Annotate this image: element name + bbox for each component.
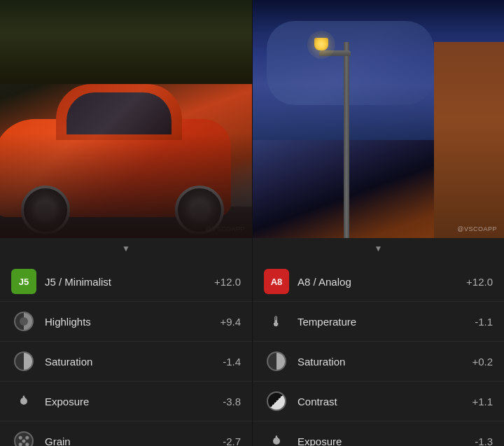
left-highlights-item[interactable]: Highlights +9.4 [0,302,252,342]
right-chevron-icon: ▼ [374,244,383,253]
right-saturation-label: Saturation [298,356,472,368]
road [0,207,252,238]
lamp-glow [307,31,335,59]
right-contrast-label: Contrast [298,396,472,407]
car-body [0,119,231,217]
left-saturation-label: Saturation [45,356,223,368]
left-grain-item[interactable]: Grain -2.7 [0,421,252,446]
right-watermark: @VSCOAPP [457,225,497,232]
left-photo: @VSCOAPP [0,0,252,238]
right-panel: @VSCOAPP ▼ A8 A8 / Analog +12.0 🌡 Temper… [252,0,504,446]
left-exposure-value: -3.8 [223,396,241,407]
car-window [66,92,172,134]
left-chevron-icon: ▼ [122,244,130,253]
right-exposure-item[interactable]: Exposure -1.3 [253,421,504,446]
contrast-icon [264,389,289,414]
left-filter-item[interactable]: J5 J5 / Minimalist +12.0 [0,262,252,302]
left-filter-value: +12.0 [214,276,241,288]
left-filter-label: J5 / Minimalist [45,276,214,288]
car-wheel-right [175,186,224,235]
building [434,42,504,238]
left-saturation-value: -1.4 [223,356,241,368]
right-filter-item[interactable]: A8 A8 / Analog +12.0 [253,262,504,302]
left-watermark: @VSCOAPP [205,225,245,232]
right-chevron-row[interactable]: ▼ [253,238,504,259]
clouds [267,21,434,105]
right-filter-value: +12.0 [466,276,493,288]
left-exposure-label: Exposure [45,396,223,407]
right-saturation-value: +0.2 [472,356,493,368]
right-temperature-item[interactable]: 🌡 Temperature -1.1 [253,302,504,342]
car-wheel-left [21,186,70,235]
left-chevron-row[interactable]: ▼ [0,238,252,259]
right-temperature-value: -1.1 [475,316,493,328]
right-filter-badge: A8 [264,269,289,294]
right-saturation-icon [264,349,289,374]
right-exposure-value: -1.3 [475,435,493,447]
left-filter-badge: J5 [11,269,36,294]
exposure-icon [11,389,36,414]
left-exposure-item[interactable]: Exposure -3.8 [0,382,252,421]
right-contrast-item[interactable]: Contrast +1.1 [253,382,504,421]
highlights-icon [11,309,36,334]
left-grain-label: Grain [45,435,223,447]
left-settings-list: J5 J5 / Minimalist +12.0 Highlights +9.4… [0,259,252,446]
left-highlights-value: +9.4 [220,316,241,328]
left-saturation-item[interactable]: Saturation -1.4 [0,342,252,382]
right-contrast-value: +1.1 [472,396,493,407]
saturation-icon [11,349,36,374]
right-photo: @VSCOAPP [253,0,504,238]
right-settings-list: A8 A8 / Analog +12.0 🌡 Temperature -1.1 … [253,259,504,446]
left-highlights-label: Highlights [45,316,220,328]
right-saturation-item[interactable]: Saturation +0.2 [253,342,504,382]
right-filter-label: A8 / Analog [298,276,466,288]
right-exposure-icon [264,428,289,446]
lamp-pole [344,42,349,238]
right-exposure-label: Exposure [298,435,475,447]
right-temperature-label: Temperature [298,316,475,328]
left-panel: @VSCOAPP ▼ J5 J5 / Minimalist +12.0 High… [0,0,252,446]
temperature-icon: 🌡 [264,309,289,334]
left-grain-value: -2.7 [223,435,241,447]
grain-icon [11,428,36,446]
